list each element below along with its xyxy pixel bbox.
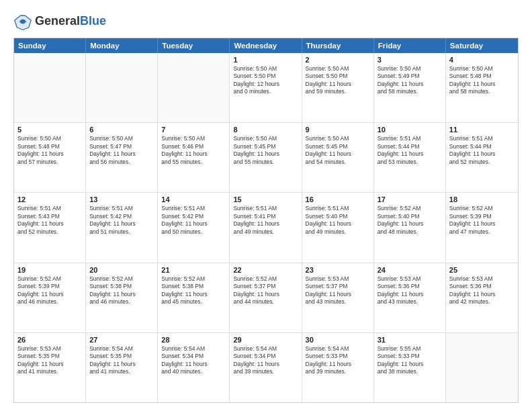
cell-line: and 52 minutes. (17, 228, 82, 236)
cell-line: Sunset: 5:39 PM (17, 283, 82, 290)
cell-line: Sunrise: 5:54 AM (161, 345, 226, 353)
cell-line: Daylight: 11 hours (306, 361, 370, 368)
cell-line: Daylight: 11 hours (17, 361, 82, 368)
cell-line: and 41 minutes. (17, 368, 82, 375)
cal-header-day-wednesday: Wednesday (230, 38, 302, 53)
day-number: 26 (17, 336, 82, 344)
cell-line: Sunrise: 5:50 AM (233, 135, 298, 142)
cell-line: and 39 minutes. (233, 368, 298, 375)
cell-line: Sunset: 5:33 PM (378, 353, 442, 360)
cell-line: Sunset: 5:34 PM (161, 353, 226, 360)
cell-line: Sunrise: 5:50 AM (17, 135, 82, 142)
cell-line: Sunrise: 5:53 AM (449, 275, 515, 283)
cal-cell-empty (86, 53, 158, 122)
day-number: 25 (449, 266, 515, 274)
header: GeneralBlue (13, 12, 519, 31)
cell-line: Sunrise: 5:54 AM (233, 345, 298, 353)
day-number: 22 (233, 266, 298, 274)
day-number: 6 (89, 126, 154, 134)
cal-header-day-tuesday: Tuesday (158, 38, 230, 53)
cell-line: Sunset: 5:42 PM (161, 213, 226, 220)
cal-cell-day-17: 17Sunrise: 5:52 AMSunset: 5:40 PMDayligh… (374, 193, 446, 262)
cell-line: Daylight: 11 hours (306, 291, 370, 298)
calendar-body: 1Sunrise: 5:50 AMSunset: 5:50 PMDaylight… (14, 53, 518, 402)
cell-line: and 58 minutes. (378, 88, 442, 95)
cell-line: Sunset: 5:40 PM (378, 213, 442, 220)
day-number: 13 (89, 195, 154, 203)
cell-line: Daylight: 11 hours (378, 220, 442, 228)
cell-line: Sunrise: 5:51 AM (378, 135, 442, 142)
cell-line: and 55 minutes. (161, 158, 226, 166)
page: GeneralBlue SundayMondayTuesdayWednesday… (0, 0, 532, 411)
cell-line: Sunset: 5:48 PM (449, 73, 515, 80)
cell-line: Sunset: 5:45 PM (233, 143, 298, 150)
cell-line: and 49 minutes. (306, 228, 370, 236)
cell-line: Daylight: 11 hours (161, 361, 226, 368)
cell-line: Sunrise: 5:50 AM (306, 65, 370, 73)
cal-cell-day-13: 13Sunrise: 5:51 AMSunset: 5:42 PMDayligh… (86, 193, 158, 262)
day-number: 15 (233, 195, 298, 203)
day-number: 23 (306, 266, 370, 274)
day-number: 29 (233, 336, 298, 344)
cell-line: and 50 minutes. (161, 228, 226, 236)
day-number: 8 (233, 126, 298, 134)
cal-header-day-saturday: Saturday (446, 38, 518, 53)
cell-line: Sunset: 5:47 PM (89, 143, 154, 150)
cal-week-1: 5Sunrise: 5:50 AMSunset: 5:48 PMDaylight… (14, 123, 518, 193)
cal-cell-day-12: 12Sunrise: 5:51 AMSunset: 5:43 PMDayligh… (14, 193, 86, 262)
day-number: 21 (161, 266, 226, 274)
day-number: 5 (17, 126, 82, 134)
day-number: 9 (306, 126, 370, 134)
cell-line: Sunset: 5:49 PM (378, 73, 442, 80)
cell-line: and 43 minutes. (378, 298, 442, 306)
day-number: 17 (378, 195, 442, 203)
cell-line: and 46 minutes. (89, 298, 154, 306)
cell-line: Sunset: 5:46 PM (161, 143, 226, 150)
cell-line: Daylight: 11 hours (306, 220, 370, 228)
cell-line: Daylight: 11 hours (233, 361, 298, 368)
cal-header-day-monday: Monday (86, 38, 158, 53)
cell-line: Daylight: 11 hours (233, 291, 298, 298)
cell-line: and 38 minutes. (378, 368, 442, 375)
cell-line: Sunset: 5:40 PM (306, 213, 370, 220)
cell-line: Daylight: 11 hours (449, 291, 515, 298)
cell-line: Sunrise: 5:52 AM (161, 275, 226, 283)
cell-line: Sunrise: 5:50 AM (449, 65, 515, 73)
cell-line: Sunset: 5:41 PM (233, 213, 298, 220)
cell-line: and 46 minutes. (17, 298, 82, 306)
cell-line: Daylight: 11 hours (161, 150, 226, 158)
cal-cell-day-15: 15Sunrise: 5:51 AMSunset: 5:41 PMDayligh… (230, 193, 302, 262)
cell-line: Sunset: 5:36 PM (378, 283, 442, 290)
cal-cell-day-22: 22Sunrise: 5:52 AMSunset: 5:37 PMDayligh… (230, 263, 302, 332)
cell-line: Sunrise: 5:50 AM (306, 135, 370, 142)
cal-cell-day-29: 29Sunrise: 5:54 AMSunset: 5:34 PMDayligh… (230, 333, 302, 402)
cal-cell-day-27: 27Sunrise: 5:54 AMSunset: 5:35 PMDayligh… (86, 333, 158, 402)
cal-cell-day-1: 1Sunrise: 5:50 AMSunset: 5:50 PMDaylight… (230, 53, 302, 122)
cell-line: and 45 minutes. (161, 298, 226, 306)
day-number: 4 (449, 56, 515, 64)
cell-line: Sunset: 5:33 PM (306, 353, 370, 360)
day-number: 31 (378, 336, 442, 344)
cell-line: Sunset: 5:34 PM (233, 353, 298, 360)
cal-cell-day-21: 21Sunrise: 5:52 AMSunset: 5:38 PMDayligh… (158, 263, 230, 332)
cell-line: Sunrise: 5:50 AM (233, 65, 298, 73)
cell-line: Daylight: 11 hours (378, 81, 442, 88)
cell-line: Daylight: 11 hours (449, 81, 515, 88)
cal-header-day-friday: Friday (374, 38, 446, 53)
cell-line: Sunrise: 5:52 AM (449, 205, 515, 212)
cell-line: Daylight: 11 hours (17, 291, 82, 298)
cal-week-3: 19Sunrise: 5:52 AMSunset: 5:39 PMDayligh… (14, 263, 518, 333)
cal-cell-empty (158, 53, 230, 122)
cell-line: and 56 minutes. (89, 158, 154, 166)
cell-line: and 53 minutes. (378, 158, 442, 166)
cal-cell-day-9: 9Sunrise: 5:50 AMSunset: 5:45 PMDaylight… (302, 123, 374, 192)
cell-line: Sunset: 5:37 PM (233, 283, 298, 290)
day-number: 24 (378, 266, 442, 274)
cell-line: Daylight: 11 hours (449, 220, 515, 228)
cal-cell-day-14: 14Sunrise: 5:51 AMSunset: 5:42 PMDayligh… (158, 193, 230, 262)
cal-cell-day-3: 3Sunrise: 5:50 AMSunset: 5:49 PMDaylight… (374, 53, 446, 122)
cell-line: Sunrise: 5:54 AM (306, 345, 370, 353)
cal-week-0: 1Sunrise: 5:50 AMSunset: 5:50 PMDaylight… (14, 53, 518, 123)
cal-cell-day-19: 19Sunrise: 5:52 AMSunset: 5:39 PMDayligh… (14, 263, 86, 332)
cal-cell-empty (14, 53, 86, 122)
